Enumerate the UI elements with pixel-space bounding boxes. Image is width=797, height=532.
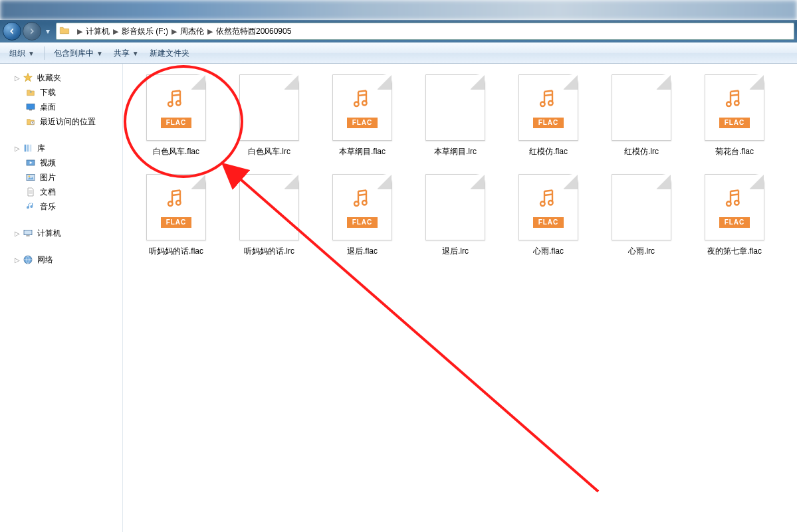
flac-badge: FLAC <box>161 118 191 128</box>
file-item[interactable]: FLAC退后.lrc <box>409 170 502 270</box>
svg-point-39 <box>735 200 739 205</box>
svg-point-12 <box>168 102 173 106</box>
sidebar-item-music[interactable]: 音乐 <box>4 199 122 214</box>
command-toolbar: 组织▼ 包含到库中▼ 共享▼ 新建文件夹 <box>0 43 797 64</box>
sidebar-label: 库 <box>37 143 45 154</box>
sidebar-label: 文档 <box>40 187 56 198</box>
file-name: 本草纲目.lrc <box>434 146 477 157</box>
svg-point-21 <box>548 100 553 105</box>
breadcrumb-item[interactable]: 计算机 <box>86 26 110 37</box>
flac-badge: FLAC <box>161 217 191 228</box>
flac-badge: FLAC <box>347 217 378 228</box>
organize-button[interactable]: 组织▼ <box>4 45 40 61</box>
music-note-icon <box>536 187 560 213</box>
file-icon: FLAC <box>425 174 485 240</box>
sidebar-label: 收藏夹 <box>37 72 61 84</box>
address-bar[interactable]: ▶ 计算机 ▶ 影音娱乐 (F:) ▶ 周杰伦 ▶ 依然范特西20060905 <box>56 23 794 40</box>
file-list-pane[interactable]: FLAC白色风车.flacFLAC白色风车.lrcFLAC本草纲目.flacFL… <box>123 64 797 532</box>
file-name: 心雨.lrc <box>628 246 655 257</box>
svg-point-13 <box>176 100 181 105</box>
file-item[interactable]: FLAC心雨.flac <box>502 170 595 270</box>
sidebar-network[interactable]: ▷ 网络 <box>4 252 122 267</box>
star-icon <box>23 72 33 83</box>
file-icon: FLAC <box>425 74 485 141</box>
music-note-icon <box>723 187 746 213</box>
file-item[interactable]: FLAC菊花台.flac <box>688 70 781 170</box>
file-name: 退后.lrc <box>442 246 469 257</box>
explorer-body: ▷ 收藏夹 下载 桌面 最近访问的位置 ▷ 库 视频 图片 <box>0 64 797 532</box>
new-folder-button[interactable]: 新建文件夹 <box>144 45 195 61</box>
breadcrumb-item[interactable]: 依然范特西20060905 <box>216 26 291 37</box>
svg-point-17 <box>362 100 367 105</box>
flac-badge: FLAC <box>719 217 750 228</box>
file-item[interactable]: FLAC本草纲目.lrc <box>409 70 502 170</box>
expander-icon: ▷ <box>13 256 21 264</box>
flac-badge: FLAC <box>719 118 750 128</box>
svg-point-20 <box>540 102 545 106</box>
flac-badge: FLAC <box>533 217 564 228</box>
file-item[interactable]: FLAC听妈妈的话.flac <box>130 170 223 270</box>
document-icon <box>25 187 36 197</box>
breadcrumb-item[interactable]: 周杰伦 <box>180 26 204 37</box>
flac-file-icon: FLAC <box>705 174 764 240</box>
navigation-pane: ▷ 收藏夹 下载 桌面 最近访问的位置 ▷ 库 视频 图片 <box>0 64 123 532</box>
file-item[interactable]: FLAC白色风车.lrc <box>223 70 316 170</box>
folder-icon <box>59 25 71 37</box>
breadcrumb-item[interactable]: 影音娱乐 (F:) <box>122 26 168 37</box>
sidebar-label: 最近访问的位置 <box>40 116 96 128</box>
file-name: 听妈妈的话.lrc <box>244 246 294 257</box>
titlebar-blur <box>0 0 797 20</box>
svg-point-26 <box>168 201 173 206</box>
sidebar-item-videos[interactable]: 视频 <box>4 155 122 170</box>
svg-rect-3 <box>25 145 27 152</box>
sidebar-libraries[interactable]: ▷ 库 <box>4 141 122 155</box>
chevron-right-icon: ▶ <box>77 27 82 36</box>
sidebar-item-desktop[interactable]: 桌面 <box>4 100 122 114</box>
flac-file-icon: FLAC <box>518 74 578 141</box>
svg-point-38 <box>727 201 731 206</box>
svg-rect-9 <box>24 230 32 234</box>
svg-point-31 <box>362 200 367 205</box>
sidebar-computer[interactable]: ▷ 计算机 <box>4 226 122 240</box>
file-name: 本草纲目.flac <box>339 146 386 157</box>
libraries-icon <box>23 143 33 153</box>
back-button[interactable] <box>3 22 21 41</box>
desktop-icon <box>25 102 36 112</box>
sidebar-item-downloads[interactable]: 下载 <box>4 85 122 100</box>
recent-icon <box>25 116 36 127</box>
file-item[interactable]: FLAC心雨.lrc <box>595 170 688 270</box>
share-button[interactable]: 共享▼ <box>108 45 144 61</box>
sidebar-label: 视频 <box>40 157 56 169</box>
svg-rect-10 <box>26 235 29 236</box>
svg-point-25 <box>735 100 739 105</box>
sidebar-label: 桌面 <box>40 102 56 113</box>
file-item[interactable]: FLAC红模仿.flac <box>502 70 595 170</box>
file-icon: FLAC <box>612 74 671 141</box>
file-item[interactable]: FLAC本草纲目.flac <box>316 70 409 170</box>
sidebar-item-pictures[interactable]: 图片 <box>4 170 122 185</box>
sidebar-item-documents[interactable]: 文档 <box>4 185 122 199</box>
file-name: 白色风车.flac <box>153 146 199 157</box>
file-item[interactable]: FLAC红模仿.lrc <box>595 70 688 170</box>
chevron-right-icon: ▶ <box>113 27 118 36</box>
svg-point-30 <box>354 201 359 206</box>
separator <box>44 46 45 60</box>
flac-file-icon: FLAC <box>705 74 764 141</box>
svg-point-24 <box>727 102 731 106</box>
expander-icon: ▷ <box>13 145 21 152</box>
flac-badge: FLAC <box>533 118 564 128</box>
file-item[interactable]: FLAC夜的第七章.flac <box>688 170 781 270</box>
file-item[interactable]: FLAC退后.flac <box>316 170 409 270</box>
sidebar-favorites[interactable]: ▷ 收藏夹 <box>4 70 122 85</box>
history-dropdown[interactable]: ▾ <box>43 22 53 41</box>
flac-file-icon: FLAC <box>332 74 392 141</box>
sidebar-label: 图片 <box>40 172 56 183</box>
file-item[interactable]: FLAC听妈妈的话.lrc <box>223 170 316 270</box>
include-in-library-button[interactable]: 包含到库中▼ <box>49 45 108 61</box>
file-item[interactable]: FLAC白色风车.flac <box>130 70 223 170</box>
sidebar-item-recent[interactable]: 最近访问的位置 <box>4 114 122 129</box>
flac-file-icon: FLAC <box>332 174 392 240</box>
file-name: 菊花台.flac <box>715 146 754 157</box>
file-icon: FLAC <box>239 74 299 141</box>
forward-button[interactable] <box>23 22 41 41</box>
